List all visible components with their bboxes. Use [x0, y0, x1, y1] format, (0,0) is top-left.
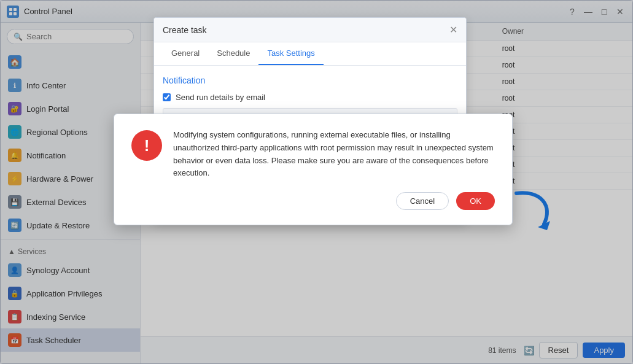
dialog-title-bar: Create task ✕ — [154, 18, 466, 42]
send-email-label: Send run details by email — [176, 93, 265, 102]
warning-text: Modifying system configurations, running… — [173, 129, 495, 180]
warning-content: ! Modifying system configurations, runni… — [131, 129, 495, 180]
warning-cancel-button[interactable]: Cancel — [396, 192, 449, 210]
warning-dialog: ! Modifying system configurations, runni… — [114, 114, 513, 225]
tab-general[interactable]: General — [163, 42, 208, 65]
dialog-title: Create task — [163, 25, 449, 35]
notification-label: Notification — [163, 76, 457, 85]
tab-task-settings[interactable]: Task Settings — [258, 42, 323, 65]
send-email-row: Send run details by email — [163, 93, 457, 102]
dialog-close-button[interactable]: ✕ — [449, 24, 457, 36]
warning-ok-button[interactable]: OK — [456, 192, 495, 210]
warning-icon: ! — [131, 130, 162, 161]
send-email-checkbox[interactable] — [163, 93, 171, 101]
exclamation-icon: ! — [144, 136, 150, 155]
warning-buttons: Cancel OK — [131, 192, 495, 210]
tab-schedule[interactable]: Schedule — [208, 42, 258, 65]
dialog-tabs: General Schedule Task Settings — [154, 42, 466, 66]
